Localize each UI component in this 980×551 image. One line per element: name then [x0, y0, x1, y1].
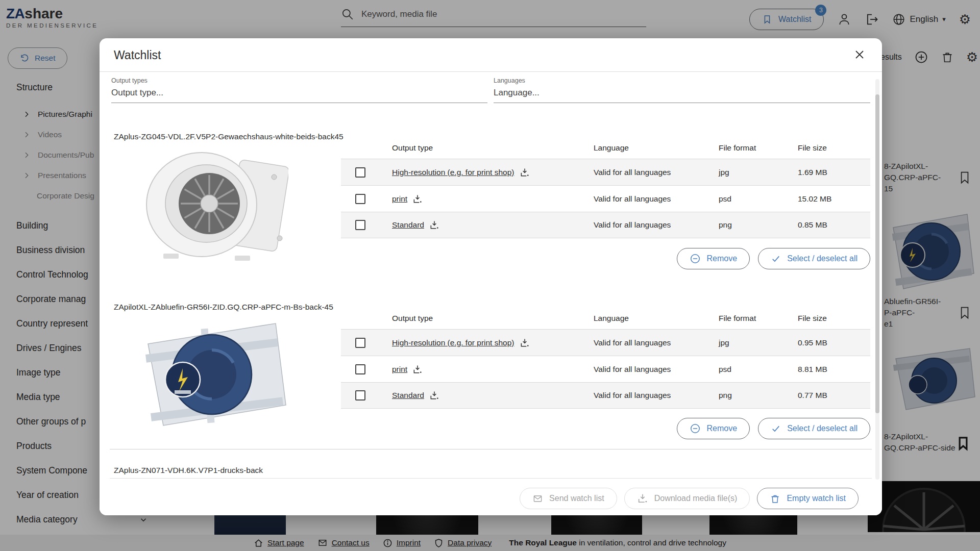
download-icon	[637, 493, 648, 504]
product-image-centrifugal-fan[interactable]	[128, 316, 296, 433]
download-label: Download media file(s)	[654, 494, 738, 503]
modal-footer: Send watch list Download media file(s) E…	[100, 482, 882, 515]
row-language: Valid for all languages	[594, 365, 719, 374]
scrollbar-thumb[interactable]	[875, 94, 879, 413]
check-icon	[771, 254, 781, 264]
row-size: 0.85 MB	[798, 220, 870, 230]
envelope-icon	[532, 494, 543, 504]
language-filter: Languages Language...	[494, 77, 870, 103]
product-divider	[110, 449, 872, 449]
product-name: ZAplus-ZG045-VDL.2F.V5P2-Gewaechshaus-wh…	[114, 132, 344, 141]
col-file-format: File format	[719, 143, 798, 153]
empty-watch-list-button[interactable]: Empty watch list	[757, 488, 859, 509]
remove-label: Remove	[707, 424, 738, 433]
col-file-size: File size	[798, 143, 870, 153]
row-format: png	[719, 220, 798, 230]
output-type-link[interactable]: print	[392, 194, 407, 204]
download-icon[interactable]	[520, 167, 530, 178]
row-size: 0.95 MB	[798, 338, 870, 347]
col-output-type: Output type	[392, 314, 594, 323]
col-file-format: File format	[719, 314, 798, 323]
table-row: Standard Valid for all languages png 0.7…	[341, 382, 870, 409]
output-type-select[interactable]: Output type...	[111, 88, 487, 103]
select-all-label: Select / deselect all	[787, 254, 857, 263]
row-format: jpg	[719, 338, 798, 347]
row-size: 0.77 MB	[798, 391, 870, 400]
row-language: Valid for all languages	[594, 338, 719, 347]
col-language: Language	[594, 314, 719, 323]
product-name: ZAplus-ZN071-VDH.6K.V7P1-drucks-back	[114, 466, 263, 475]
product-actions: Remove Select / deselect all	[341, 418, 870, 439]
download-icon[interactable]	[429, 390, 439, 400]
language-filter-select[interactable]: Language...	[494, 88, 870, 103]
row-language: Valid for all languages	[594, 391, 719, 400]
download-icon[interactable]	[412, 364, 423, 374]
row-format: jpg	[719, 168, 798, 177]
modal-title: Watchlist	[114, 48, 161, 62]
empty-label: Empty watch list	[787, 494, 846, 503]
output-type-link[interactable]: Standard	[392, 220, 424, 230]
row-checkbox[interactable]	[355, 364, 365, 374]
row-size: 15.02 MB	[798, 194, 870, 204]
modal-header: Watchlist	[100, 38, 882, 72]
screen: ZAshare DER MEDIENSERVICE Watchlist 3 En…	[0, 0, 980, 551]
table-row: High-resolution (e.g. for print shop) Va…	[341, 329, 870, 356]
select-deselect-all-button[interactable]: Select / deselect all	[758, 248, 870, 269]
remove-label: Remove	[707, 254, 738, 263]
row-format: psd	[719, 365, 798, 374]
output-type-label: Output types	[111, 77, 487, 84]
language-filter-label: Languages	[494, 77, 870, 84]
download-icon[interactable]	[429, 220, 439, 230]
row-checkbox[interactable]	[355, 194, 365, 204]
row-format: png	[719, 391, 798, 400]
table-header-row: Output type Language File format File si…	[341, 137, 870, 159]
clipped-content-edge	[110, 478, 872, 479]
col-file-size: File size	[798, 314, 870, 323]
row-format: psd	[719, 194, 798, 204]
output-table: Output type Language File format File si…	[341, 308, 870, 409]
product-image-axial-fan[interactable]	[135, 147, 288, 267]
modal-scrollbar[interactable]	[875, 79, 879, 480]
output-type-link[interactable]: Standard	[392, 391, 424, 400]
trash-icon	[770, 493, 780, 504]
row-size: 1.69 MB	[798, 168, 870, 177]
row-checkbox[interactable]	[355, 338, 365, 348]
download-media-files-button[interactable]: Download media file(s)	[624, 488, 750, 509]
output-type-link[interactable]: print	[392, 365, 407, 374]
table-row: Standard Valid for all languages png 0.8…	[341, 212, 870, 238]
row-language: Valid for all languages	[594, 168, 719, 177]
output-type-link[interactable]: High-resolution (e.g. for print shop)	[392, 168, 514, 177]
send-watch-list-button[interactable]: Send watch list	[520, 488, 617, 509]
download-icon[interactable]	[520, 338, 530, 348]
select-all-label: Select / deselect all	[787, 424, 857, 433]
col-language: Language	[594, 143, 719, 153]
product-actions: Remove Select / deselect all	[341, 248, 870, 269]
minus-circle-icon	[690, 423, 701, 434]
check-icon	[771, 423, 781, 434]
minus-circle-icon	[690, 253, 701, 264]
row-checkbox[interactable]	[355, 390, 365, 400]
table-header-row: Output type Language File format File si…	[341, 308, 870, 329]
table-row: High-resolution (e.g. for print shop) Va…	[341, 159, 870, 185]
table-row: print Valid for all languages psd 15.02 …	[341, 185, 870, 212]
row-checkbox[interactable]	[355, 167, 365, 178]
close-icon[interactable]	[853, 48, 866, 61]
send-label: Send watch list	[549, 494, 604, 503]
remove-button[interactable]: Remove	[677, 248, 750, 269]
download-icon[interactable]	[412, 194, 423, 204]
output-type-link[interactable]: High-resolution (e.g. for print shop)	[392, 338, 514, 347]
product-name: ZApilotXL-ZAbluefin-GR56I-ZID.GQ.CRP-aPF…	[114, 303, 333, 312]
col-output-type: Output type	[392, 143, 594, 153]
row-checkbox[interactable]	[355, 220, 365, 230]
row-language: Valid for all languages	[594, 194, 719, 204]
remove-button[interactable]: Remove	[677, 418, 750, 439]
table-row: print Valid for all languages psd 8.81 M…	[341, 356, 870, 382]
row-language: Valid for all languages	[594, 220, 719, 230]
watchlist-modal: Watchlist Output types Output type... La…	[100, 38, 882, 515]
row-size: 8.81 MB	[798, 365, 870, 374]
output-table: Output type Language File format File si…	[341, 137, 870, 238]
watchlist-items: ZAplus-ZG045-VDL.2F.V5P2-Gewaechshaus-wh…	[100, 108, 882, 482]
output-type-filter: Output types Output type...	[111, 77, 487, 103]
select-deselect-all-button[interactable]: Select / deselect all	[758, 418, 870, 439]
